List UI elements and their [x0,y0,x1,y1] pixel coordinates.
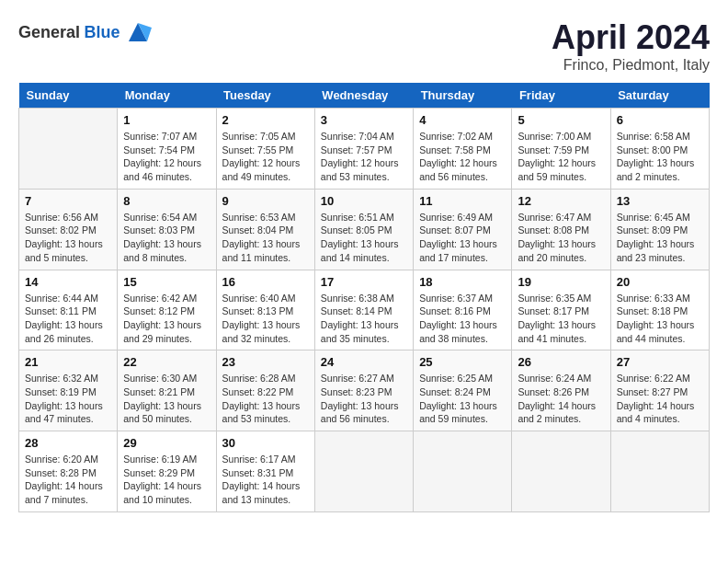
day-number: 9 [222,194,309,208]
calendar-cell: 20Sunrise: 6:33 AM Sunset: 8:18 PM Dayli… [610,270,709,350]
day-number: 11 [419,194,506,208]
day-number: 3 [321,113,407,127]
calendar-cell: 19Sunrise: 6:35 AM Sunset: 8:17 PM Dayli… [512,270,610,350]
calendar-cell: 17Sunrise: 6:38 AM Sunset: 8:14 PM Dayli… [314,270,413,350]
day-info: Sunrise: 6:32 AM Sunset: 8:19 PM Dayligh… [25,372,111,426]
weekday-header-friday: Friday [512,83,610,109]
day-info: Sunrise: 6:22 AM Sunset: 8:27 PM Dayligh… [617,372,703,426]
calendar-cell: 16Sunrise: 6:40 AM Sunset: 8:13 PM Dayli… [216,270,314,350]
day-number: 4 [419,113,506,127]
calendar-cell: 26Sunrise: 6:24 AM Sunset: 8:26 PM Dayli… [512,350,610,431]
calendar-cell: 28Sunrise: 6:20 AM Sunset: 8:28 PM Dayli… [19,431,118,512]
day-number: 25 [419,355,506,369]
calendar-cell: 7Sunrise: 6:56 AM Sunset: 8:02 PM Daylig… [19,189,118,270]
day-info: Sunrise: 6:37 AM Sunset: 8:16 PM Dayligh… [419,292,506,346]
day-number: 26 [518,355,604,369]
calendar-cell [610,431,709,512]
day-number: 16 [222,275,309,289]
calendar-cell: 27Sunrise: 6:22 AM Sunset: 8:27 PM Dayli… [610,350,709,431]
calendar-cell: 21Sunrise: 6:32 AM Sunset: 8:19 PM Dayli… [19,350,118,431]
day-info: Sunrise: 6:17 AM Sunset: 8:31 PM Dayligh… [222,453,309,507]
header-row: SundayMondayTuesdayWednesdayThursdayFrid… [19,83,710,109]
calendar-cell [512,431,610,512]
day-number: 20 [617,275,703,289]
week-row-3: 14Sunrise: 6:44 AM Sunset: 8:11 PM Dayli… [19,270,710,350]
day-info: Sunrise: 6:40 AM Sunset: 8:13 PM Dayligh… [222,292,309,346]
calendar-cell: 15Sunrise: 6:42 AM Sunset: 8:12 PM Dayli… [118,270,216,350]
day-info: Sunrise: 6:24 AM Sunset: 8:26 PM Dayligh… [518,372,604,426]
calendar-cell: 24Sunrise: 6:27 AM Sunset: 8:23 PM Dayli… [314,350,413,431]
day-number: 22 [123,355,210,369]
day-number: 6 [617,113,703,127]
logo: General Blue [18,18,152,46]
calendar-cell [414,431,512,512]
day-number: 10 [321,194,407,208]
logo-blue: Blue [85,23,120,41]
day-number: 28 [25,436,111,450]
day-info: Sunrise: 6:27 AM Sunset: 8:23 PM Dayligh… [321,372,407,426]
week-row-5: 28Sunrise: 6:20 AM Sunset: 8:28 PM Dayli… [19,431,710,512]
day-info: Sunrise: 7:07 AM Sunset: 7:54 PM Dayligh… [123,130,210,184]
calendar-cell: 11Sunrise: 6:49 AM Sunset: 8:07 PM Dayli… [414,189,512,270]
calendar-cell: 29Sunrise: 6:19 AM Sunset: 8:29 PM Dayli… [118,431,216,512]
day-number: 27 [617,355,703,369]
weekday-header-thursday: Thursday [414,83,512,109]
calendar-cell: 30Sunrise: 6:17 AM Sunset: 8:31 PM Dayli… [216,431,314,512]
header: General Blue April 2024 Frinco, Piedmont… [18,18,710,74]
calendar-table: SundayMondayTuesdayWednesdayThursdayFrid… [18,83,710,512]
calendar-cell: 9Sunrise: 6:53 AM Sunset: 8:04 PM Daylig… [216,189,314,270]
day-number: 7 [25,194,111,208]
day-number: 21 [25,355,111,369]
day-info: Sunrise: 6:19 AM Sunset: 8:29 PM Dayligh… [123,453,210,507]
calendar-cell [314,431,413,512]
day-number: 18 [419,275,506,289]
day-info: Sunrise: 7:02 AM Sunset: 7:58 PM Dayligh… [419,130,506,184]
day-number: 8 [123,194,210,208]
calendar-cell: 6Sunrise: 6:58 AM Sunset: 8:00 PM Daylig… [610,109,709,190]
day-number: 29 [123,436,210,450]
day-number: 15 [123,275,210,289]
day-info: Sunrise: 6:58 AM Sunset: 8:00 PM Dayligh… [617,130,703,184]
calendar-cell: 3Sunrise: 7:04 AM Sunset: 7:57 PM Daylig… [314,109,413,190]
main-title: April 2024 [552,18,710,57]
day-info: Sunrise: 6:20 AM Sunset: 8:28 PM Dayligh… [25,453,111,507]
week-row-1: 1Sunrise: 7:07 AM Sunset: 7:54 PM Daylig… [19,109,710,190]
calendar-cell: 10Sunrise: 6:51 AM Sunset: 8:05 PM Dayli… [314,189,413,270]
day-number: 17 [321,275,407,289]
calendar-cell: 22Sunrise: 6:30 AM Sunset: 8:21 PM Dayli… [118,350,216,431]
day-info: Sunrise: 6:51 AM Sunset: 8:05 PM Dayligh… [321,211,407,265]
day-info: Sunrise: 6:45 AM Sunset: 8:09 PM Dayligh… [617,211,703,265]
calendar-cell [19,109,118,190]
weekday-header-monday: Monday [118,83,216,109]
day-info: Sunrise: 6:56 AM Sunset: 8:02 PM Dayligh… [25,211,111,265]
week-row-4: 21Sunrise: 6:32 AM Sunset: 8:19 PM Dayli… [19,350,710,431]
week-row-2: 7Sunrise: 6:56 AM Sunset: 8:02 PM Daylig… [19,189,710,270]
calendar-cell: 12Sunrise: 6:47 AM Sunset: 8:08 PM Dayli… [512,189,610,270]
day-info: Sunrise: 7:04 AM Sunset: 7:57 PM Dayligh… [321,130,407,184]
day-number: 14 [25,275,111,289]
day-info: Sunrise: 6:38 AM Sunset: 8:14 PM Dayligh… [321,292,407,346]
weekday-header-wednesday: Wednesday [314,83,413,109]
day-info: Sunrise: 6:33 AM Sunset: 8:18 PM Dayligh… [617,292,703,346]
day-info: Sunrise: 6:25 AM Sunset: 8:24 PM Dayligh… [419,372,506,426]
day-number: 2 [222,113,309,127]
day-number: 24 [321,355,407,369]
calendar-cell: 5Sunrise: 7:00 AM Sunset: 7:59 PM Daylig… [512,109,610,190]
day-info: Sunrise: 6:44 AM Sunset: 8:11 PM Dayligh… [25,292,111,346]
day-info: Sunrise: 6:30 AM Sunset: 8:21 PM Dayligh… [123,372,210,426]
weekday-header-tuesday: Tuesday [216,83,314,109]
day-info: Sunrise: 7:05 AM Sunset: 7:55 PM Dayligh… [222,130,309,184]
calendar-cell: 18Sunrise: 6:37 AM Sunset: 8:16 PM Dayli… [414,270,512,350]
calendar-cell: 13Sunrise: 6:45 AM Sunset: 8:09 PM Dayli… [610,189,709,270]
day-info: Sunrise: 6:49 AM Sunset: 8:07 PM Dayligh… [419,211,506,265]
calendar-cell: 8Sunrise: 6:54 AM Sunset: 8:03 PM Daylig… [118,189,216,270]
day-info: Sunrise: 6:54 AM Sunset: 8:03 PM Dayligh… [123,211,210,265]
weekday-header-sunday: Sunday [19,83,118,109]
calendar-cell: 2Sunrise: 7:05 AM Sunset: 7:55 PM Daylig… [216,109,314,190]
day-info: Sunrise: 6:28 AM Sunset: 8:22 PM Dayligh… [222,372,309,426]
day-number: 30 [222,436,309,450]
day-number: 13 [617,194,703,208]
day-info: Sunrise: 6:53 AM Sunset: 8:04 PM Dayligh… [222,211,309,265]
day-number: 12 [518,194,604,208]
day-number: 5 [518,113,604,127]
